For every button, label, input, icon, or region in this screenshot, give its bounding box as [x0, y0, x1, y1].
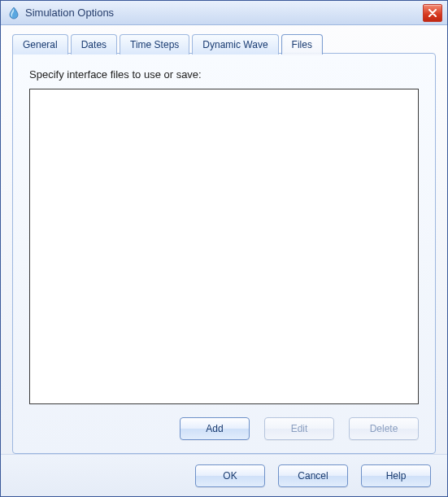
button-label: Cancel: [298, 470, 328, 482]
close-button[interactable]: [423, 4, 442, 22]
tab-dates[interactable]: Dates: [71, 34, 117, 54]
edit-button[interactable]: Edit: [264, 417, 334, 440]
button-label: OK: [223, 470, 237, 482]
tab-label: Dates: [81, 39, 107, 50]
dialog-footer: OK Cancel Help: [1, 454, 447, 496]
dialog-title: Simulation Options: [25, 7, 423, 19]
tab-label: Time Steps: [130, 39, 179, 50]
button-label: Edit: [291, 423, 308, 434]
tab-files[interactable]: Files: [281, 34, 323, 54]
tab-general[interactable]: General: [12, 34, 68, 54]
tab-label: Files: [292, 39, 312, 50]
titlebar: Simulation Options: [1, 1, 447, 25]
tab-time-steps[interactable]: Time Steps: [120, 34, 189, 54]
button-label: Help: [386, 470, 407, 482]
files-panel-label: Specify interface files to use or save:: [29, 68, 419, 81]
tab-dynamic-wave[interactable]: Dynamic Wave: [192, 34, 278, 54]
app-icon: [7, 7, 20, 20]
help-button[interactable]: Help: [361, 464, 431, 487]
files-panel-buttons: Add Edit Delete: [29, 404, 419, 440]
interface-files-listbox[interactable]: [29, 89, 419, 404]
tab-label: General: [23, 39, 58, 50]
tabstrip: General Dates Time Steps Dynamic Wave Fi…: [12, 33, 436, 54]
tab-label: Dynamic Wave: [202, 39, 267, 50]
button-label: Add: [206, 423, 223, 434]
cancel-button[interactable]: Cancel: [278, 464, 348, 487]
button-label: Delete: [370, 423, 398, 434]
delete-button[interactable]: Delete: [349, 417, 419, 440]
add-button[interactable]: Add: [180, 417, 250, 440]
ok-button[interactable]: OK: [195, 464, 265, 487]
dialog-simulation-options: Simulation Options General Dates Time St…: [0, 0, 448, 497]
tabpanel-files: Specify interface files to use or save: …: [12, 53, 436, 454]
client-area: General Dates Time Steps Dynamic Wave Fi…: [1, 25, 447, 454]
